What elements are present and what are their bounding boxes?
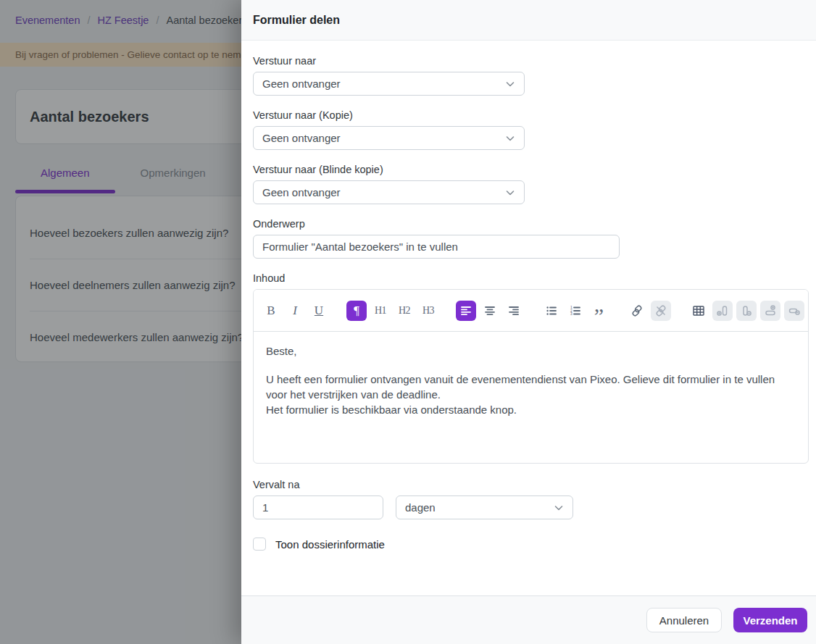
verstuur-naar-select[interactable]: Geen ontvanger (253, 72, 525, 96)
italic-button[interactable]: I (285, 301, 305, 321)
vervalt-na-unit-value: dagen (405, 501, 436, 514)
submit-button[interactable]: Verzenden (733, 608, 807, 632)
add-row-icon (764, 304, 777, 317)
verstuur-naar-blinde-kopie-value: Geen ontvanger (262, 186, 341, 198)
rich-text-editor: B I U ¶ H1 H2 H3 (253, 289, 809, 464)
verstuur-naar-kopie-value: Geen ontvanger (262, 132, 341, 144)
drawer-title: Formulier delen (253, 14, 340, 27)
onderwerp-label: Onderwerp (253, 218, 809, 230)
chevron-down-icon (554, 503, 564, 513)
heading-3-button[interactable]: H3 (418, 301, 438, 321)
link-button[interactable] (627, 301, 647, 321)
verstuur-naar-blinde-kopie-label: Verstuur naar (Blinde kopie) (253, 164, 809, 176)
vervalt-na-input[interactable] (253, 495, 383, 519)
editor-paragraph: U heeft een formulier ontvangen vanuit d… (266, 372, 796, 402)
blockquote-button[interactable]: ” (589, 301, 609, 321)
delete-row-icon (788, 304, 801, 317)
insert-table-icon (692, 304, 705, 317)
inhoud-label: Inhoud (253, 272, 809, 285)
verstuur-naar-blinde-kopie-select[interactable]: Geen ontvanger (253, 180, 525, 204)
drawer-body: Verstuur naar Geen ontvanger Verstuur na… (241, 41, 816, 595)
editor-paragraph: Beste, (266, 343, 796, 359)
bold-button[interactable]: B (261, 301, 281, 321)
drawer-header: Formulier delen (241, 0, 816, 41)
align-center-icon (484, 305, 496, 317)
toon-dossierinformatie-checkbox[interactable] (253, 538, 266, 551)
add-row-button (760, 301, 780, 321)
toon-dossierinformatie-label[interactable]: Toon dossierinformatie (275, 538, 385, 551)
paragraph-button[interactable]: ¶ (346, 301, 367, 321)
add-column-icon (716, 304, 729, 317)
delete-row-button (784, 301, 804, 321)
verstuur-naar-kopie-label: Verstuur naar (Kopie) (253, 109, 809, 122)
editor-paragraph: Het formulier is beschikbaar via onderst… (266, 402, 796, 417)
bullet-list-icon (546, 305, 557, 317)
add-column-button (712, 301, 733, 321)
drawer-footer: Annuleren Verzenden (241, 595, 816, 644)
delete-column-button (736, 301, 757, 321)
cancel-button[interactable]: Annuleren (646, 608, 722, 632)
underline-button[interactable]: U (309, 301, 329, 321)
align-left-button[interactable] (456, 301, 476, 321)
ordered-list-button[interactable]: 123 (565, 301, 586, 321)
share-form-drawer: Formulier delen Verstuur naar Geen ontva… (241, 0, 816, 644)
chevron-down-icon (505, 79, 515, 89)
link-icon (630, 304, 644, 317)
verstuur-naar-label: Verstuur naar (253, 55, 809, 67)
align-right-button[interactable] (504, 301, 524, 321)
align-center-button[interactable] (480, 301, 500, 321)
onderwerp-input[interactable] (253, 235, 620, 259)
heading-2-button[interactable]: H2 (394, 301, 415, 321)
editor-content[interactable]: Beste, U heeft een formulier ontvangen v… (254, 332, 808, 463)
verstuur-naar-value: Geen ontvanger (262, 78, 341, 90)
verstuur-naar-kopie-select[interactable]: Geen ontvanger (253, 126, 525, 150)
delete-column-icon (740, 304, 753, 317)
blockquote-icon: ” (594, 302, 604, 319)
align-right-icon (508, 305, 520, 317)
vervalt-na-label: Vervalt na (253, 479, 809, 491)
align-left-icon (460, 305, 472, 317)
ordered-list-icon: 123 (570, 305, 581, 317)
heading-1-button[interactable]: H1 (370, 301, 391, 321)
bullet-list-button[interactable] (541, 301, 562, 321)
editor-toolbar: B I U ¶ H1 H2 H3 (254, 290, 808, 332)
unlink-icon (654, 304, 667, 317)
delete-table-button (808, 301, 809, 321)
vervalt-na-unit-select[interactable]: dagen (396, 495, 573, 519)
chevron-down-icon (505, 188, 515, 198)
insert-table-button[interactable] (688, 301, 709, 321)
chevron-down-icon (505, 133, 515, 143)
unlink-button (651, 301, 671, 321)
svg-text:3: 3 (570, 311, 573, 316)
